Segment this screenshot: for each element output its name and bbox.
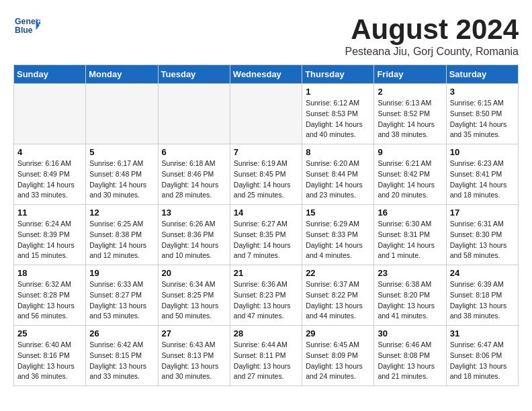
day-info: Sunrise: 6:23 AM Sunset: 8:41 PM Dayligh… (450, 158, 515, 201)
day-number: 20 (162, 268, 226, 278)
day-number: 13 (162, 208, 226, 218)
calendar-day-header: Monday (86, 65, 158, 84)
calendar-body: 1Sunrise: 6:12 AM Sunset: 8:53 PM Daylig… (14, 84, 519, 386)
location: Pesteana Jiu, Gorj County, Romania (345, 46, 519, 58)
day-info: Sunrise: 6:34 AM Sunset: 8:25 PM Dayligh… (162, 279, 226, 322)
calendar-cell: 22Sunrise: 6:37 AM Sunset: 8:22 PM Dayli… (302, 265, 374, 326)
calendar-cell: 23Sunrise: 6:38 AM Sunset: 8:20 PM Dayli… (374, 265, 446, 326)
calendar-header-row: SundayMondayTuesdayWednesdayThursdayFrid… (14, 65, 519, 84)
day-info: Sunrise: 6:15 AM Sunset: 8:50 PM Dayligh… (450, 98, 515, 140)
day-number: 21 (234, 268, 298, 278)
day-info: Sunrise: 6:36 AM Sunset: 8:23 PM Dayligh… (234, 279, 298, 322)
day-info: Sunrise: 6:13 AM Sunset: 8:52 PM Dayligh… (378, 98, 442, 140)
day-info: Sunrise: 6:26 AM Sunset: 8:36 PM Dayligh… (162, 219, 226, 261)
day-info: Sunrise: 6:19 AM Sunset: 8:45 PM Dayligh… (234, 158, 298, 201)
logo: General Blue (13, 13, 40, 37)
day-number: 30 (378, 328, 442, 338)
calendar-cell: 31Sunrise: 6:47 AM Sunset: 8:06 PM Dayli… (446, 326, 518, 386)
calendar-cell: 25Sunrise: 6:40 AM Sunset: 8:16 PM Dayli… (14, 326, 86, 386)
logo-icon: General Blue (13, 13, 40, 37)
calendar-cell: 14Sunrise: 6:27 AM Sunset: 8:35 PM Dayli… (230, 205, 302, 265)
day-info: Sunrise: 6:25 AM Sunset: 8:38 PM Dayligh… (89, 219, 154, 261)
page-header: General Blue August 2024 Pesteana Jiu, G… (13, 13, 519, 58)
day-number: 11 (17, 208, 82, 218)
calendar-cell: 24Sunrise: 6:39 AM Sunset: 8:18 PM Dayli… (446, 265, 518, 326)
calendar-day-header: Tuesday (158, 65, 230, 84)
calendar-cell: 27Sunrise: 6:43 AM Sunset: 8:13 PM Dayli… (158, 326, 230, 386)
day-info: Sunrise: 6:17 AM Sunset: 8:48 PM Dayligh… (89, 158, 154, 201)
day-info: Sunrise: 6:45 AM Sunset: 8:09 PM Dayligh… (306, 340, 370, 382)
calendar-cell: 7Sunrise: 6:19 AM Sunset: 8:45 PM Daylig… (230, 144, 302, 205)
calendar-cell: 20Sunrise: 6:34 AM Sunset: 8:25 PM Dayli… (158, 265, 230, 326)
day-info: Sunrise: 6:27 AM Sunset: 8:35 PM Dayligh… (234, 219, 298, 261)
calendar-cell: 1Sunrise: 6:12 AM Sunset: 8:53 PM Daylig… (302, 84, 374, 144)
day-number: 22 (306, 268, 370, 278)
day-number: 25 (17, 328, 82, 338)
calendar-cell: 17Sunrise: 6:31 AM Sunset: 8:30 PM Dayli… (446, 205, 518, 265)
day-number: 10 (450, 147, 515, 157)
day-info: Sunrise: 6:47 AM Sunset: 8:06 PM Dayligh… (450, 340, 515, 382)
calendar-day-header: Saturday (446, 65, 518, 84)
calendar-cell: 3Sunrise: 6:15 AM Sunset: 8:50 PM Daylig… (446, 84, 518, 144)
month-title: August 2024 (345, 13, 519, 46)
day-info: Sunrise: 6:16 AM Sunset: 8:49 PM Dayligh… (17, 158, 82, 201)
calendar-cell (230, 84, 302, 144)
calendar-cell: 2Sunrise: 6:13 AM Sunset: 8:52 PM Daylig… (374, 84, 446, 144)
day-number: 28 (234, 328, 298, 338)
day-number: 27 (162, 328, 226, 338)
day-number: 24 (450, 268, 515, 278)
calendar-cell: 19Sunrise: 6:33 AM Sunset: 8:27 PM Dayli… (86, 265, 158, 326)
calendar-week-row: 4Sunrise: 6:16 AM Sunset: 8:49 PM Daylig… (14, 144, 519, 205)
calendar-day-header: Friday (374, 65, 446, 84)
day-info: Sunrise: 6:46 AM Sunset: 8:08 PM Dayligh… (378, 340, 442, 382)
calendar-day-header: Sunday (14, 65, 86, 84)
day-info: Sunrise: 6:39 AM Sunset: 8:18 PM Dayligh… (450, 279, 515, 322)
day-number: 26 (89, 328, 154, 338)
day-info: Sunrise: 6:31 AM Sunset: 8:30 PM Dayligh… (450, 219, 515, 261)
title-block: August 2024 Pesteana Jiu, Gorj County, R… (345, 13, 519, 58)
calendar-day-header: Wednesday (230, 65, 302, 84)
calendar-cell: 6Sunrise: 6:18 AM Sunset: 8:46 PM Daylig… (158, 144, 230, 205)
svg-text:Blue: Blue (15, 26, 33, 35)
day-info: Sunrise: 6:43 AM Sunset: 8:13 PM Dayligh… (162, 340, 226, 382)
day-info: Sunrise: 6:33 AM Sunset: 8:27 PM Dayligh… (89, 279, 154, 322)
day-number: 5 (89, 147, 154, 157)
calendar-cell: 16Sunrise: 6:30 AM Sunset: 8:31 PM Dayli… (374, 205, 446, 265)
day-info: Sunrise: 6:44 AM Sunset: 8:11 PM Dayligh… (234, 340, 298, 382)
day-number: 12 (89, 208, 154, 218)
calendar-table: SundayMondayTuesdayWednesdayThursdayFrid… (13, 64, 519, 386)
calendar-cell: 13Sunrise: 6:26 AM Sunset: 8:36 PM Dayli… (158, 205, 230, 265)
day-info: Sunrise: 6:30 AM Sunset: 8:31 PM Dayligh… (378, 219, 442, 261)
calendar-cell: 29Sunrise: 6:45 AM Sunset: 8:09 PM Dayli… (302, 326, 374, 386)
day-info: Sunrise: 6:12 AM Sunset: 8:53 PM Dayligh… (306, 98, 370, 140)
day-number: 19 (89, 268, 154, 278)
day-number: 1 (306, 87, 370, 97)
calendar-cell: 8Sunrise: 6:20 AM Sunset: 8:44 PM Daylig… (302, 144, 374, 205)
day-info: Sunrise: 6:42 AM Sunset: 8:15 PM Dayligh… (89, 340, 154, 382)
day-number: 9 (378, 147, 442, 157)
calendar-cell (14, 84, 86, 144)
day-info: Sunrise: 6:32 AM Sunset: 8:28 PM Dayligh… (17, 279, 82, 322)
day-info: Sunrise: 6:29 AM Sunset: 8:33 PM Dayligh… (306, 219, 370, 261)
calendar-week-row: 1Sunrise: 6:12 AM Sunset: 8:53 PM Daylig… (14, 84, 519, 144)
calendar-cell: 30Sunrise: 6:46 AM Sunset: 8:08 PM Dayli… (374, 326, 446, 386)
calendar-cell: 10Sunrise: 6:23 AM Sunset: 8:41 PM Dayli… (446, 144, 518, 205)
day-info: Sunrise: 6:20 AM Sunset: 8:44 PM Dayligh… (306, 158, 370, 201)
day-number: 18 (17, 268, 82, 278)
day-info: Sunrise: 6:21 AM Sunset: 8:42 PM Dayligh… (378, 158, 442, 201)
day-number: 16 (378, 208, 442, 218)
calendar-week-row: 18Sunrise: 6:32 AM Sunset: 8:28 PM Dayli… (14, 265, 519, 326)
calendar-cell (86, 84, 158, 144)
day-number: 17 (450, 208, 515, 218)
calendar-cell: 18Sunrise: 6:32 AM Sunset: 8:28 PM Dayli… (14, 265, 86, 326)
calendar-cell: 15Sunrise: 6:29 AM Sunset: 8:33 PM Dayli… (302, 205, 374, 265)
calendar-week-row: 11Sunrise: 6:24 AM Sunset: 8:39 PM Dayli… (14, 205, 519, 265)
calendar-cell: 4Sunrise: 6:16 AM Sunset: 8:49 PM Daylig… (14, 144, 86, 205)
day-info: Sunrise: 6:37 AM Sunset: 8:22 PM Dayligh… (306, 279, 370, 322)
calendar-day-header: Thursday (302, 65, 374, 84)
day-number: 3 (450, 87, 515, 97)
day-info: Sunrise: 6:40 AM Sunset: 8:16 PM Dayligh… (17, 340, 82, 382)
day-number: 2 (378, 87, 442, 97)
calendar-cell: 26Sunrise: 6:42 AM Sunset: 8:15 PM Dayli… (86, 326, 158, 386)
calendar-cell: 11Sunrise: 6:24 AM Sunset: 8:39 PM Dayli… (14, 205, 86, 265)
